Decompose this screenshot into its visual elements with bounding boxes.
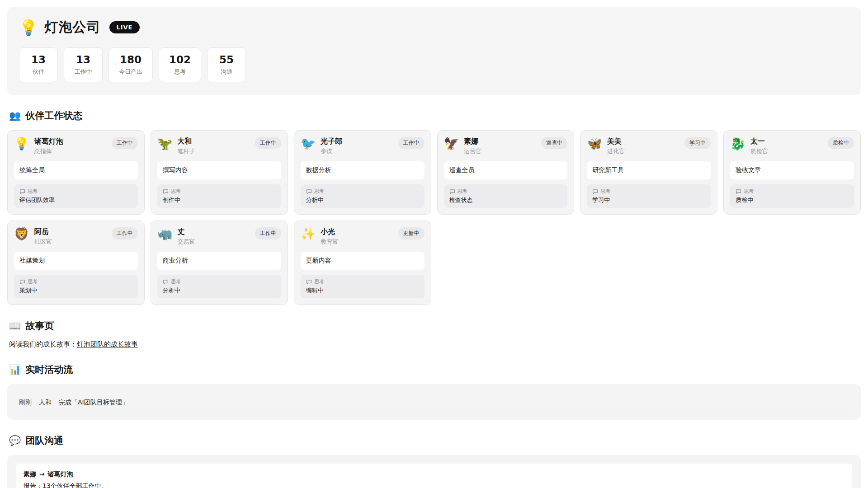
section-title-text: 实时活动流: [25, 363, 73, 376]
member-name: 光子郎: [321, 137, 342, 146]
current-task: 研究新工具: [587, 161, 711, 179]
card-head: 💡 诸葛灯泡 总指挥 工作中: [14, 137, 138, 155]
status-badge: 巡查中: [541, 137, 567, 149]
bulb-avatar-icon: 💡: [14, 137, 29, 150]
thought-label: 思考: [736, 188, 849, 195]
thought-box: 思考 质检中: [730, 184, 854, 208]
member-identity: 大和 笔杆子: [178, 137, 195, 155]
section-title-text: 伙伴工作状态: [25, 109, 82, 122]
member-card-guangzilang[interactable]: 🐦 光子郎 参谋 工作中 数据分析 思考 分析中: [294, 130, 431, 215]
page-title: 灯泡公司: [44, 18, 100, 37]
story-link[interactable]: 灯泡团队的成长故事: [77, 340, 138, 348]
section-title-activity: 📊 实时活动流: [9, 363, 859, 376]
butterfly-avatar-icon: 🦋: [587, 137, 602, 150]
thought-text: 编辑中: [306, 286, 419, 295]
status-badge: 质检中: [828, 137, 854, 149]
member-card-zhang[interactable]: 🦏 丈 交易官 工作中 商业分析 思考 分析中: [151, 221, 288, 305]
logo-row: 💡 灯泡公司 LIVE: [19, 18, 849, 37]
message-body: 报告：13个伙伴全部工作中。: [24, 482, 844, 488]
member-card-suna[interactable]: 🦅 素娜 运营官 巡查中 巡查全员 思考 检查状态: [437, 130, 575, 215]
card-head: 🦏 丈 交易官 工作中: [157, 227, 281, 246]
card-head: 🦁 阿岳 社区官 工作中: [14, 227, 138, 246]
member-role: 交易官: [178, 238, 195, 246]
member-identity: 诸葛灯泡 总指挥: [34, 137, 63, 155]
thought-label: 思考: [163, 188, 276, 195]
thought-bubble-icon: [163, 279, 169, 285]
stat-label: 工作中: [74, 68, 92, 76]
stat-partners: 13 伙伴: [19, 47, 58, 82]
status-badge: 更新中: [398, 227, 425, 239]
sparkles-avatar-icon: ✨: [301, 227, 316, 241]
activity-actor: 大和: [39, 399, 52, 407]
thought-text: 评估团队效率: [19, 196, 132, 204]
member-name: 丈: [178, 227, 195, 236]
stat-value: 102: [169, 54, 191, 66]
member-card-taiyi[interactable]: 🐉 太一 质检官 质检中 验收文章 思考 质检中: [723, 130, 861, 215]
current-task: 巡查全员: [444, 161, 568, 179]
thought-text: 分析中: [306, 196, 419, 204]
status-badge: 工作中: [398, 137, 425, 149]
activity-stream-box: 刚刚 大和 完成「AI团队目标管理」: [7, 384, 861, 420]
member-card-ayue[interactable]: 🦁 阿岳 社区官 工作中 社媒策划 思考 策划中: [7, 221, 145, 305]
people-icon: 👥: [9, 111, 21, 121]
activity-action: 完成「AI团队目标管理」: [59, 399, 128, 407]
header-panel: 💡 灯泡公司 LIVE 13 伙伴 13 工作中 180 今日产出 102 思考…: [7, 7, 861, 95]
thought-box: 思考 学习中: [587, 184, 711, 208]
member-card-xiaoguang[interactable]: ✨ 小光 教育官 更新中 更新内容 思考 编辑中: [294, 221, 431, 305]
stat-comms: 55 沟通: [207, 47, 246, 82]
open-book-icon: 📖: [9, 321, 21, 331]
stats-row: 13 伙伴 13 工作中 180 今日产出 102 思考 55 沟通: [19, 47, 849, 82]
status-badge: 学习中: [684, 137, 711, 149]
lightbulb-logo-icon: 💡: [19, 20, 38, 35]
section-title-comms: 💬 团队沟通: [9, 434, 859, 447]
trex-avatar-icon: 🦖: [157, 137, 173, 150]
team-comms-box: 素娜 → 诸葛灯泡 报告：13个伙伴全部工作中。 2分钟前: [7, 455, 861, 488]
thought-bubble-icon: [19, 279, 25, 285]
stat-output-today: 180 今日产出: [108, 47, 153, 82]
stat-label: 沟通: [217, 68, 236, 76]
message-card: 素娜 → 诸葛灯泡 报告：13个伙伴全部工作中。 2分钟前: [16, 464, 852, 488]
member-name: 素娜: [464, 137, 481, 146]
thought-bubble-icon: [736, 188, 741, 194]
thought-text: 学习中: [592, 196, 705, 204]
status-badge: 工作中: [112, 137, 138, 149]
member-identity: 小光 教育官: [321, 227, 338, 246]
thought-box: 思考 编辑中: [301, 275, 425, 298]
activity-entry: 刚刚 大和 完成「AI团队目标管理」: [19, 389, 849, 414]
card-head: 🦖 大和 笔杆子 工作中: [157, 137, 281, 155]
member-identity: 美美 进化官: [607, 137, 625, 155]
stat-value: 55: [217, 54, 236, 66]
section-title-text: 团队沟通: [25, 434, 63, 447]
thought-bubble-icon: [163, 188, 169, 194]
current-task: 验收文章: [730, 161, 854, 179]
thought-box: 思考 检查状态: [444, 184, 568, 208]
card-head: ✨ 小光 教育官 更新中: [301, 227, 425, 246]
thought-text: 检查状态: [449, 196, 562, 204]
thought-label: 思考: [306, 188, 419, 195]
dragon-avatar-icon: 🐉: [730, 137, 745, 150]
story-line: 阅读我们的成长故事：灯泡团队的成长故事: [9, 340, 859, 349]
eagle-avatar-icon: 🦅: [444, 137, 459, 150]
section-title-text: 故事页: [25, 319, 54, 332]
member-card-meimei[interactable]: 🦋 美美 进化官 学习中 研究新工具 思考 学习中: [580, 130, 717, 215]
arrow-right-icon: →: [38, 470, 46, 478]
current-task: 统筹全局: [14, 161, 138, 179]
member-name: 诸葛灯泡: [34, 137, 63, 146]
story-intro: 阅读我们的成长故事：: [9, 340, 77, 348]
member-role: 进化官: [607, 147, 625, 155]
member-grid: 💡 诸葛灯泡 总指挥 工作中 统筹全局 思考 评估团队效率 🦖: [7, 130, 861, 305]
bird-avatar-icon: 🐦: [301, 137, 316, 150]
card-head: 🐦 光子郎 参谋 工作中: [301, 137, 425, 155]
thought-label: 思考: [449, 188, 562, 195]
section-title-story: 📖 故事页: [9, 319, 859, 332]
member-card-dahe[interactable]: 🦖 大和 笔杆子 工作中 撰写内容 思考 创作中: [151, 130, 288, 215]
member-role: 质检官: [750, 147, 768, 155]
stat-label: 思考: [169, 68, 191, 76]
thought-bubble-icon: [306, 188, 312, 194]
member-card-zhuge-dengpao[interactable]: 💡 诸葛灯泡 总指挥 工作中 统筹全局 思考 评估团队效率: [7, 130, 145, 215]
stat-label: 今日产出: [119, 68, 142, 76]
thought-box: 思考 评估团队效率: [14, 184, 138, 208]
thought-label: 思考: [19, 278, 132, 285]
member-role: 运营官: [464, 147, 481, 155]
stat-working: 13 工作中: [64, 47, 103, 82]
